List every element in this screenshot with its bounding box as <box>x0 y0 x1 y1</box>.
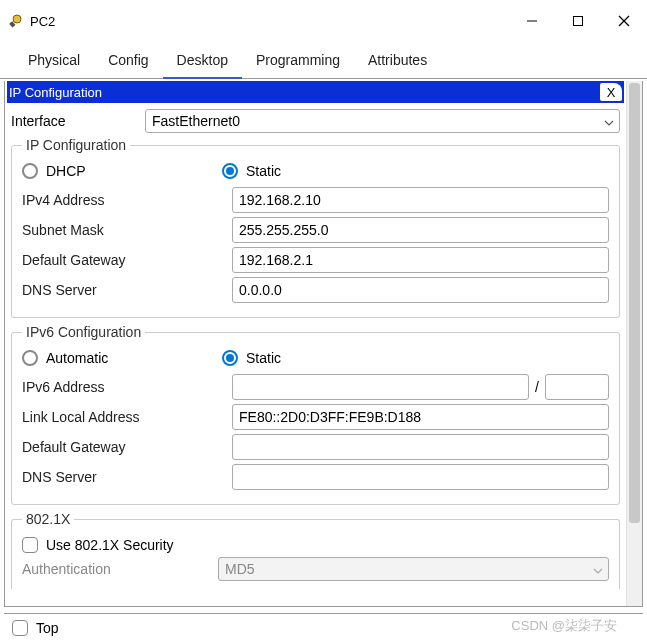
ipv6-dns-input[interactable] <box>232 464 609 490</box>
prefix-separator: / <box>529 379 545 395</box>
ip-configuration-group: IP Configuration DHCP Static IPv4 Addres… <box>11 137 620 318</box>
auth-select[interactable]: MD5 <box>218 557 609 581</box>
svg-point-0 <box>13 15 21 23</box>
tab-config[interactable]: Config <box>94 46 162 78</box>
svg-rect-3 <box>574 17 583 26</box>
panel-close-button[interactable]: X <box>600 83 622 101</box>
ipv6-prefix-input[interactable] <box>545 374 609 400</box>
gateway-input[interactable] <box>232 247 609 273</box>
linklocal-input[interactable] <box>232 404 609 430</box>
linklocal-label: Link Local Address <box>22 409 232 425</box>
interface-value: FastEthernet0 <box>145 109 620 133</box>
auth-label: Authentication <box>22 561 218 577</box>
chevron-down-icon <box>593 560 603 578</box>
scrollbar-thumb[interactable] <box>629 83 640 523</box>
ipv6-dns-label: DNS Server <box>22 469 232 485</box>
ipv6-legend: IPv6 Configuration <box>22 324 145 340</box>
top-checkbox[interactable] <box>12 620 28 636</box>
top-label: Top <box>36 620 59 636</box>
interface-label: Interface <box>11 113 145 129</box>
interface-select[interactable]: FastEthernet0 <box>145 109 620 133</box>
tab-physical[interactable]: Physical <box>14 46 94 78</box>
ipv4-label: IPv4 Address <box>22 192 232 208</box>
maximize-button[interactable] <box>555 5 601 37</box>
static-label: Static <box>246 163 281 179</box>
dns-input[interactable] <box>232 277 609 303</box>
interface-row: Interface FastEthernet0 <box>11 109 620 133</box>
main-tabs: Physical Config Desktop Programming Attr… <box>0 46 647 79</box>
footer-bar: Top <box>4 613 643 641</box>
dot1x-legend: 802.1X <box>22 511 74 527</box>
ipv6-gateway-input[interactable] <box>232 434 609 460</box>
dot1x-group: 802.1X Use 802.1X Security Authenticatio… <box>11 511 620 589</box>
ipv6-addr-label: IPv6 Address <box>22 379 232 395</box>
ip-config-legend: IP Configuration <box>22 137 130 153</box>
window-title: PC2 <box>30 14 509 29</box>
static-radio[interactable] <box>222 163 238 179</box>
tab-programming[interactable]: Programming <box>242 46 354 78</box>
gateway-label: Default Gateway <box>22 252 232 268</box>
tab-attributes[interactable]: Attributes <box>354 46 441 78</box>
ipv6-addr-input[interactable] <box>232 374 529 400</box>
ipv6-configuration-group: IPv6 Configuration Automatic Static IPv6… <box>11 324 620 505</box>
panel-title: IP Configuration <box>9 85 600 100</box>
ipv6-gateway-label: Default Gateway <box>22 439 232 455</box>
dns-label: DNS Server <box>22 282 232 298</box>
vertical-scrollbar[interactable] <box>626 81 642 606</box>
app-icon <box>8 13 24 29</box>
dhcp-label: DHCP <box>46 163 86 179</box>
window-titlebar: PC2 <box>0 0 647 42</box>
tab-desktop[interactable]: Desktop <box>163 46 242 79</box>
chevron-down-icon <box>604 112 614 130</box>
use-8021x-label: Use 802.1X Security <box>46 537 174 553</box>
ipv6-static-label: Static <box>246 350 281 366</box>
automatic-radio[interactable] <box>22 350 38 366</box>
subnet-input[interactable] <box>232 217 609 243</box>
content-area: IP Configuration X Interface FastEtherne… <box>4 81 643 607</box>
dhcp-radio[interactable] <box>22 163 38 179</box>
minimize-button[interactable] <box>509 5 555 37</box>
use-8021x-checkbox[interactable] <box>22 537 38 553</box>
subnet-label: Subnet Mask <box>22 222 232 238</box>
ipv4-input[interactable] <box>232 187 609 213</box>
automatic-label: Automatic <box>46 350 108 366</box>
ipv6-static-radio[interactable] <box>222 350 238 366</box>
panel-header: IP Configuration X <box>7 81 624 103</box>
auth-value: MD5 <box>218 557 609 581</box>
close-button[interactable] <box>601 5 647 37</box>
